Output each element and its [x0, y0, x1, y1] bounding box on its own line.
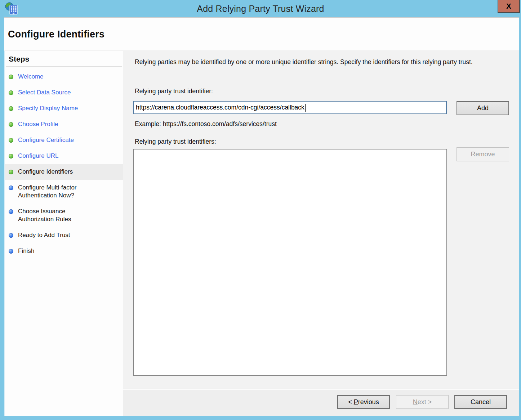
identifier-input[interactable]: https://carena.cloudflareaccess.com/cdn-… — [133, 101, 447, 114]
step-done-bullet-icon — [9, 75, 13, 79]
identifiers-listbox[interactable] — [133, 149, 447, 376]
window-title: Add Relying Party Trust Wizard — [0, 0, 521, 17]
step-label: Configure Certificate — [18, 136, 74, 144]
example-text: Example: https://fs.contoso.com/adfs/ser… — [135, 120, 277, 128]
steps-list: Welcome Select Data Source Specify Displ… — [5, 67, 123, 259]
client-area: Configure Identifiers Steps Welcome Sele… — [4, 17, 519, 416]
sidebar-item-welcome: Welcome — [5, 69, 123, 85]
title-bar: Add Relying Party Trust Wizard X — [0, 0, 521, 17]
step-todo-bullet-icon — [9, 209, 13, 214]
text-caret-icon — [305, 104, 306, 112]
step-label: Choose Issuance Authorization Rules — [18, 207, 94, 223]
sidebar-item-configure-multi-factor-authentication-now: Configure Multi-factor Authentication No… — [5, 180, 123, 204]
step-done-bullet-icon — [9, 90, 13, 95]
sidebar-item-configure-identifiers: Configure Identifiers — [5, 164, 123, 180]
step-done-bullet-icon — [9, 138, 13, 143]
cancel-button[interactable]: Cancel — [454, 395, 507, 409]
footer-bar: < Previous Next > Cancel — [123, 389, 519, 416]
sidebar-item-finish: Finish — [5, 243, 123, 259]
close-button[interactable]: X — [498, 0, 520, 13]
identifier-label: Relying party trust identifier: — [135, 88, 213, 95]
step-done-bullet-icon — [9, 106, 13, 111]
step-label: Welcome — [18, 73, 44, 81]
step-label: Configure URL — [18, 152, 58, 160]
sidebar-item-select-data-source: Select Data Source — [5, 85, 123, 100]
description-text: Relying parties may be identified by one… — [135, 57, 504, 67]
step-done-bullet-icon — [9, 154, 13, 158]
step-done-bullet-icon — [9, 170, 13, 174]
sidebar-item-configure-certificate: Configure Certificate — [5, 132, 123, 148]
sidebar-item-choose-profile: Choose Profile — [5, 116, 123, 132]
step-label: Ready to Add Trust — [18, 231, 70, 239]
previous-button[interactable]: < Previous — [337, 395, 390, 409]
step-todo-bullet-icon — [9, 233, 13, 238]
page-title: Configure Identifiers — [8, 29, 104, 40]
steps-heading: Steps — [6, 51, 122, 67]
identifier-value: https://carena.cloudflareaccess.com/cdn-… — [136, 104, 304, 111]
steps-sidebar: Steps Welcome Select Data Source Specify… — [4, 51, 123, 416]
step-label: Choose Profile — [18, 120, 58, 128]
step-todo-bullet-icon — [9, 186, 13, 190]
step-label: Specify Display Name — [18, 104, 78, 112]
step-label: Finish — [18, 247, 34, 255]
sidebar-item-ready-to-add-trust: Ready to Add Trust — [5, 227, 123, 243]
step-todo-bullet-icon — [9, 249, 13, 254]
next-button: Next > — [396, 395, 449, 409]
sidebar-item-configure-url: Configure URL — [5, 148, 123, 164]
sidebar-item-choose-issuance-authorization-rules: Choose Issuance Authorization Rules — [5, 204, 123, 227]
add-button[interactable]: Add — [457, 101, 509, 115]
step-label: Configure Multi-factor Authentication No… — [18, 184, 94, 200]
content-pane: Relying parties may be identified by one… — [123, 51, 519, 389]
identifiers-list-label: Relying party trust identifiers: — [135, 138, 216, 146]
step-done-bullet-icon — [9, 122, 13, 127]
sidebar-item-specify-display-name: Specify Display Name — [5, 100, 123, 116]
page-header: Configure Identifiers — [4, 18, 519, 51]
step-label: Configure Identifiers — [18, 168, 73, 176]
wizard-window: Add Relying Party Trust Wizard X Configu… — [0, 0, 521, 420]
remove-button: Remove — [457, 147, 509, 161]
step-label: Select Data Source — [18, 89, 71, 97]
